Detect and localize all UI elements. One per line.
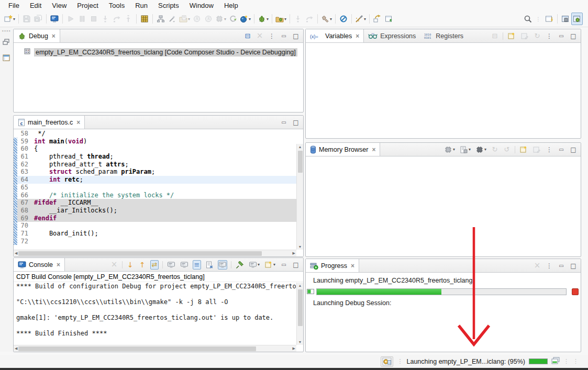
code-line-64[interactable]: 64 int retc; [14,176,296,184]
load-memory-button[interactable]: ▾ [475,145,487,154]
flash-device-button[interactable]: ▾ [214,13,227,25]
tab-console[interactable]: Console× [13,258,65,271]
highlight-tool-button[interactable]: ▾ [354,13,367,25]
menu-window[interactable]: Window [184,1,219,10]
code-line-71[interactable]: 71 Board_init(); [14,230,296,238]
terminate-button[interactable]: × [110,260,118,270]
project-explorer-button[interactable] [2,53,10,64]
refresh-button[interactable]: ↻ [491,145,499,154]
retarget-step-button[interactable] [292,13,304,25]
minimize-button[interactable]: ▭ [557,31,565,41]
suspend-button[interactable] [76,13,88,25]
tab-memory-browser[interactable]: Memory Browser× [305,143,380,156]
menu-file[interactable]: File [3,1,25,10]
save-all-button[interactable] [32,13,44,25]
step-return-button[interactable] [123,13,134,25]
show-stdout-button[interactable] [167,260,176,270]
new-tab-button[interactable] [519,145,528,154]
display-console-button[interactable]: ▾ [248,260,260,270]
menu-scripts[interactable]: Scripts [153,1,184,10]
step-into-button[interactable] [99,13,111,25]
connect-target-button[interactable] [155,13,167,25]
resume-button[interactable] [65,13,76,25]
scroll-up-icon[interactable]: ▲ [297,283,303,288]
code-line-61[interactable]: 61 pthread_t thread; [14,153,296,161]
ccs-debug-perspective-button[interactable] [571,13,583,25]
tab-progress[interactable]: Progress× [305,259,359,272]
code-line-60[interactable]: 60{ [14,145,296,153]
console-horizontal-scrollbar[interactable]: ◀ ▶ [14,345,296,352]
view-menu-button[interactable]: ⋮ [545,261,553,271]
minimize-button[interactable]: ▭ [557,261,565,271]
view-menu-button[interactable]: ⋮ [545,31,553,41]
menu-help[interactable]: Help [219,1,243,10]
scroll-right-icon[interactable]: ▶ [292,345,296,352]
retarget-run-button[interactable] [304,13,315,25]
clear-console-button[interactable] [205,260,214,270]
show-next-console-button[interactable]: ↓ [126,260,135,270]
load-program-button[interactable]: ▾ [178,13,191,25]
view-menu-button[interactable]: ⋮ [268,31,276,41]
restore-view-button[interactable] [2,38,10,48]
menu-run[interactable]: Run [130,1,153,10]
minimize-button[interactable]: ▭ [280,31,288,41]
view-menu-button[interactable]: ⋮ [545,145,553,154]
minimize-button[interactable]: ▭ [557,145,565,154]
scroll-left-icon[interactable]: ◀ [14,345,18,352]
code-line-65[interactable]: 65 [14,184,296,192]
scroll-down-icon[interactable]: ▼ [297,244,303,250]
scroll-thumb[interactable] [298,289,303,326]
menu-edit[interactable]: Edit [25,1,47,10]
code-line-68[interactable]: 68 __iar_Initlocks(); [14,207,296,215]
auto-refresh-button[interactable]: ↺ [503,145,511,154]
console-switch-button[interactable]: ⇄ [150,260,159,270]
editor-horizontal-scrollbar[interactable]: ◀ ▶ [14,250,296,256]
maximize-button[interactable]: □ [569,261,578,271]
reset-clock-button[interactable] [203,13,214,25]
build-button[interactable]: ▾ [320,13,333,25]
cancel-operation-button[interactable] [572,288,579,295]
scroll-lock-button[interactable] [218,260,227,270]
new-wizard-button[interactable]: ▾ [3,13,16,25]
scroll-thumb[interactable] [298,151,303,173]
code-editor[interactable]: 58 */59int main(void)60{61 pthread_t thr… [14,130,303,256]
switch-perspective-button[interactable] [372,13,383,25]
ccs-edit-perspective-button[interactable] [560,13,571,25]
save-button[interactable] [21,13,32,25]
collapse-all-button[interactable]: ⊟ [243,31,252,41]
debug-session-item[interactable]: empty_LP_EM_CC2340R5_freertos_ticlang [C… [23,47,303,57]
editor-vertical-scrollbar[interactable]: ▲ ▼ [296,144,303,250]
tab-variables[interactable]: (x)=Variables× [305,29,364,42]
word-wrap-button[interactable]: ≡ [193,260,201,270]
terminate-remove-button[interactable] [338,13,349,25]
refresh-button[interactable]: ↻ [533,31,541,41]
scroll-left-icon[interactable]: ◀ [14,250,18,256]
tab-main-freertos-c[interactable]: cmain_freertos.c× [13,116,85,129]
terminate-button[interactable] [88,13,99,25]
pin-console-button[interactable] [235,260,245,270]
minimize-button[interactable]: ▭ [280,118,288,127]
minimize-button[interactable]: ▭ [280,260,288,270]
maximize-button[interactable]: □ [292,260,300,270]
open-console-button[interactable]: ▾ [264,260,276,270]
close-icon[interactable]: × [356,32,359,40]
lock-console-button[interactable] [180,260,189,270]
rail-grip[interactable]: ▪▪▪▪ [2,28,11,33]
status-tool-icon[interactable] [381,356,393,367]
code-line-69[interactable]: 69#endif [14,215,296,222]
scroll-right-icon[interactable]: ▶ [292,250,296,256]
debug-console-button[interactable] [49,13,60,25]
code-line-67[interactable]: 67#ifdef __ICCARM__ [14,199,296,207]
console-vertical-scrollbar[interactable]: ▲ ▼ [296,283,303,345]
task-progress-icon[interactable] [307,287,314,296]
registers-grid-button[interactable] [139,13,150,25]
search-button[interactable] [522,13,534,25]
show-prev-console-button[interactable]: ↑ [138,260,147,270]
tab-debug[interactable]: Debug× [13,29,60,42]
debug-launch-button[interactable]: ▾ [257,13,270,25]
remove-all-button[interactable]: × [256,31,264,41]
code-line-66[interactable]: 66 /* initialize the system locks */ [14,192,296,199]
tab-expressions[interactable]: xyExpressions [364,29,420,42]
maximize-button[interactable]: □ [292,31,300,41]
menu-view[interactable]: View [47,1,72,10]
